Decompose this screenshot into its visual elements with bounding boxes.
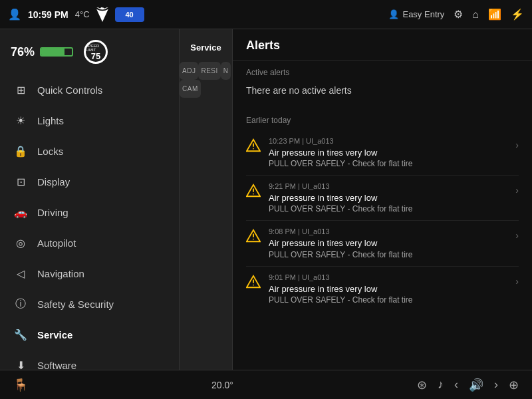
seat-icon[interactable]: 🪑: [13, 378, 28, 392]
safety-security-icon: ⓘ: [13, 297, 28, 311]
svg-point-2: [253, 239, 254, 240]
warning-icon: [246, 229, 261, 243]
alert-content: 10:23 PM | UI_a013 Air pressure in tires…: [269, 137, 507, 168]
speed-badge: 40: [115, 7, 144, 22]
nav-items: ⊞ Quick Controls ☀ Lights 🔒 Locks ⊡ Disp…: [0, 74, 179, 380]
alerts-panel: Alerts Active alerts There are no active…: [233, 29, 532, 399]
alert-meta: 10:23 PM | UI_a013: [269, 137, 507, 145]
sidebar-item-locks[interactable]: 🔒 Locks: [0, 136, 179, 166]
zoom-icon[interactable]: ⊕: [509, 378, 519, 392]
alert-sub: PULL OVER SAFELY - Check for flat tire: [269, 204, 507, 213]
bottom-bar: 🪑 20.0° ⊛ ♪ ‹ 🔊 › ⊕: [0, 370, 532, 399]
bluetooth-icon[interactable]: ⚡: [511, 8, 524, 21]
sidebar-item-navigation[interactable]: ◁ Navigation: [0, 258, 179, 289]
autopilot-icon: ◎: [13, 235, 28, 250]
sidebar-item-service[interactable]: 🔧 Service: [0, 319, 179, 350]
back-icon[interactable]: ‹: [454, 378, 458, 392]
alert-meta: 9:08 PM | UI_a013: [269, 227, 507, 235]
alert-sub: PULL OVER SAFELY - Check for flat tire: [269, 159, 507, 168]
warning-icon: [246, 275, 261, 289]
alert-sub: PULL OVER SAFELY - Check for flat tire: [269, 250, 507, 259]
alert-sub: PULL OVER SAFELY - Check for flat tire: [269, 295, 507, 305]
warning-icon: [246, 138, 261, 153]
sidebar-item-driving[interactable]: 🚗 Driving: [0, 197, 179, 227]
alert-item[interactable]: 9:08 PM | UI_a013 Air pressure in tires …: [246, 221, 519, 266]
alert-content: 9:01 PM | UI_a013 Air pressure in tires …: [269, 273, 507, 305]
battery-bar: [40, 47, 73, 57]
alert-content: 9:21 PM | UI_a013 Air pressure in tires …: [269, 182, 507, 213]
easy-entry-label: Easy Entry: [402, 9, 444, 19]
sidebar-item-quick-controls[interactable]: ⊞ Quick Controls: [0, 74, 179, 105]
service-tab[interactable]: Service: [186, 37, 225, 58]
alert-message: Air pressure in tires very low: [269, 192, 507, 204]
sidebar-item-autopilot[interactable]: ◎ Autopilot: [0, 227, 179, 258]
alert-item[interactable]: 9:01 PM | UI_a013 Air pressure in tires …: [246, 267, 519, 311]
alert-message: Air pressure in tires very low: [269, 237, 507, 249]
bottom-right-icons: ⊛ ♪ ‹ 🔊 › ⊕: [417, 378, 519, 392]
status-left: 👤 10:59 PM 4°C 40: [8, 7, 144, 22]
display-label: Display: [37, 176, 70, 188]
service-icon: 🔧: [13, 327, 28, 342]
home-icon[interactable]: ⌂: [472, 9, 479, 21]
svg-point-1: [253, 194, 254, 195]
forward-icon[interactable]: ›: [494, 378, 498, 392]
driving-icon: 🚗: [13, 205, 28, 219]
media-icon[interactable]: ♪: [438, 378, 444, 392]
warning-icon: [246, 184, 261, 198]
earlier-section-label: Earlier today: [246, 116, 519, 125]
chevron-right-icon: ›: [515, 276, 519, 287]
status-right: 👤 Easy Entry ⚙ ⌂ 📶 ⚡: [388, 8, 524, 21]
battery-row: 76% SPEED LIMIT 75: [0, 40, 179, 74]
lights-label: Lights: [37, 115, 64, 126]
driving-label: Driving: [37, 207, 68, 218]
status-bar: 👤 10:59 PM 4°C 40 👤 Easy Entry ⚙ ⌂ 📶 ⚡: [0, 0, 532, 29]
status-time: 10:59 PM: [28, 9, 68, 20]
navigation-icon: ◁: [13, 266, 28, 281]
alert-item[interactable]: 10:23 PM | UI_a013 Air pressure in tires…: [246, 130, 519, 176]
autopilot-label: Autopilot: [37, 237, 76, 249]
alert-content: 9:08 PM | UI_a013 Air pressure in tires …: [269, 227, 507, 259]
speed-limit-sign: SPEED LIMIT 75: [84, 40, 108, 64]
easy-entry-button[interactable]: 👤 Easy Entry: [388, 9, 444, 19]
alerts-header: Alerts: [233, 29, 532, 61]
mid-btn-cam[interactable]: CAM: [180, 80, 201, 98]
settings-icon[interactable]: ⚙: [454, 8, 463, 21]
volume-icon[interactable]: 🔊: [469, 378, 483, 392]
quick-controls-label: Quick Controls: [37, 84, 102, 96]
bottom-temperature: 20.0°: [211, 380, 233, 390]
no-alerts-text: There are no active alerts: [246, 82, 519, 102]
mid-btn-adj[interactable]: ADJ: [180, 62, 198, 80]
battery-percentage: 76%: [11, 45, 35, 59]
sidebar-item-display[interactable]: ⊡ Display: [0, 166, 179, 197]
mid-buttons: ADJRESINCAM: [180, 62, 232, 98]
alert-meta: 9:21 PM | UI_a013: [269, 182, 507, 190]
mid-btn-resi[interactable]: RESI: [198, 62, 220, 80]
alert-item[interactable]: 9:21 PM | UI_a013 Air pressure in tires …: [246, 176, 519, 221]
locks-label: Locks: [37, 146, 63, 157]
alert-message: Air pressure in tires very low: [269, 147, 507, 159]
speed-limit-label: SPEED LIMIT: [86, 44, 106, 52]
alerts-title: Alerts: [246, 39, 519, 53]
bottom-left-icons: 🪑: [13, 378, 28, 392]
safety-security-label: Safety & Security: [37, 299, 114, 310]
earlier-alerts-section: Earlier today 10:23 PM | UI_a013 Air pre…: [233, 109, 532, 318]
chevron-right-icon: ›: [515, 140, 519, 150]
alert-items: 10:23 PM | UI_a013 Air pressure in tires…: [246, 130, 519, 311]
status-temp: 4°C: [75, 9, 90, 19]
software-label: Software: [37, 360, 76, 371]
svg-point-0: [253, 148, 254, 150]
sidebar-item-lights[interactable]: ☀ Lights: [0, 105, 179, 136]
quick-controls-icon: ⊞: [13, 82, 28, 97]
fan-icon[interactable]: ⊛: [417, 378, 427, 392]
sidebar-item-safety-security[interactable]: ⓘ Safety & Security: [0, 289, 179, 319]
active-alerts-label: Active alerts: [246, 68, 519, 77]
wifi-icon[interactable]: 📶: [488, 8, 501, 21]
alert-meta: 9:01 PM | UI_a013: [269, 273, 507, 281]
service-label: Service: [37, 329, 72, 340]
mid-btn-n[interactable]: N: [221, 62, 231, 80]
alert-message: Air pressure in tires very low: [269, 283, 507, 295]
svg-point-3: [253, 284, 254, 285]
tesla-logo: [96, 7, 108, 22]
locks-icon: 🔒: [13, 144, 28, 158]
chevron-right-icon: ›: [515, 185, 519, 196]
